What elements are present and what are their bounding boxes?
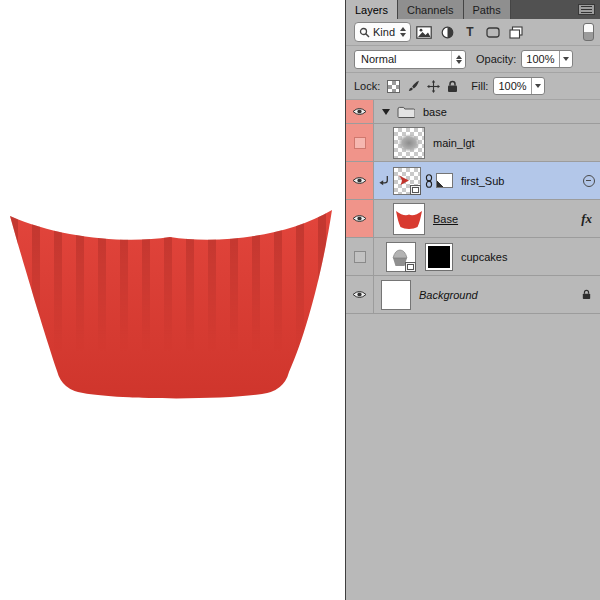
lock-transparency-button[interactable] (387, 80, 400, 93)
tab-paths[interactable]: Paths (464, 0, 511, 19)
tab-layers[interactable]: Layers (346, 0, 398, 19)
type-icon: T (466, 25, 473, 39)
lock-row: Lock: (346, 73, 600, 100)
layer-name[interactable]: Background (419, 289, 478, 301)
chevron-updown-icon (451, 51, 465, 68)
smart-object-badge-icon (410, 185, 421, 195)
chevron-down-icon[interactable] (531, 78, 544, 94)
visibility-off-box (354, 251, 366, 263)
blend-mode-value: Normal (361, 53, 396, 65)
layer-row-main-lgt[interactable]: main_lgt (346, 124, 600, 162)
layer-row-group-base[interactable]: base (346, 100, 600, 124)
filter-pixel-layers-button[interactable] (414, 23, 434, 41)
cupcake-wrapper-artwork (0, 0, 345, 600)
filter-type-layers-button[interactable]: T (460, 23, 480, 41)
layer-row-cupcakes[interactable]: cupcakes (346, 238, 600, 276)
visibility-off-box (354, 137, 366, 149)
filter-smart-objects-button[interactable] (506, 23, 526, 41)
lock-pixels-button[interactable] (407, 80, 420, 93)
eye-icon (352, 290, 367, 299)
chevron-down-icon[interactable] (559, 51, 572, 67)
visibility-toggle[interactable] (346, 238, 374, 275)
eye-icon (352, 214, 367, 223)
document-canvas[interactable] (0, 0, 345, 600)
image-icon (416, 26, 432, 39)
visibility-toggle[interactable] (346, 124, 374, 161)
layer-name[interactable]: cupcakes (461, 251, 507, 263)
layer-row-base-layer[interactable]: Base fx (346, 200, 600, 238)
fill-input[interactable]: 100% (493, 77, 544, 95)
disclosure-triangle[interactable] (382, 109, 390, 115)
blend-mode-select[interactable]: Normal (354, 50, 466, 69)
kind-filter-dropdown[interactable]: Kind (354, 22, 411, 42)
visibility-toggle[interactable] (346, 162, 374, 199)
eye-icon (352, 107, 367, 116)
layer-name[interactable]: Base (433, 213, 458, 225)
visibility-toggle[interactable] (346, 100, 374, 123)
layer-name[interactable]: first_Sub (461, 175, 504, 187)
brush-icon (407, 80, 420, 93)
fill-value: 100% (494, 80, 530, 92)
layer-row-background[interactable]: Background (346, 276, 600, 314)
search-icon (359, 27, 370, 38)
opacity-input[interactable]: 100% (521, 50, 572, 68)
filter-shape-layers-button[interactable] (483, 23, 503, 41)
lock-all-button[interactable] (447, 80, 458, 93)
kind-filter-value: Kind (373, 26, 395, 38)
layer-row-first-sub[interactable]: first_Sub (346, 162, 600, 200)
layers-panel: Layers Channels Paths Kind (345, 0, 600, 600)
panel-tab-bar: Layers Channels Paths (346, 0, 600, 19)
smart-object-badge-icon (405, 262, 416, 272)
thumbnail-artwork (398, 134, 420, 152)
filter-toggle-switch[interactable] (583, 23, 594, 41)
smart-object-icon (509, 26, 523, 39)
lock-label: Lock: (354, 80, 380, 92)
layer-thumbnail[interactable] (393, 203, 425, 235)
vector-mask-thumbnail[interactable] (436, 173, 453, 188)
layer-mask-thumbnail[interactable] (425, 243, 453, 271)
layer-thumbnail[interactable] (386, 242, 416, 272)
visibility-toggle[interactable] (346, 200, 374, 237)
photoshop-workspace: Layers Channels Paths Kind (0, 0, 600, 600)
opacity-label: Opacity: (476, 53, 516, 65)
link-chain-icon[interactable] (425, 174, 433, 188)
lock-position-button[interactable] (427, 80, 440, 93)
layer-name[interactable]: main_lgt (433, 137, 475, 149)
filter-row: Kind T (346, 19, 600, 46)
shape-icon (486, 27, 500, 38)
transparency-icon (387, 80, 400, 93)
filter-adjustment-layers-button[interactable] (437, 23, 457, 41)
move-icon (427, 80, 440, 93)
panel-menu-icon[interactable] (578, 4, 595, 15)
layer-thumbnail[interactable] (393, 127, 425, 159)
tab-channels[interactable]: Channels (398, 0, 463, 19)
adjustment-icon (441, 26, 454, 39)
opacity-value: 100% (522, 53, 558, 65)
chevron-updown-icon (400, 27, 406, 37)
fill-label: Fill: (471, 80, 488, 92)
eye-icon (352, 176, 367, 185)
layer-thumbnail[interactable] (393, 167, 421, 195)
layer-effects-badge[interactable]: fx (581, 211, 592, 227)
group-folder-icon (397, 106, 415, 118)
blend-row: Normal Opacity: 100% (346, 46, 600, 73)
layer-name[interactable]: base (423, 106, 447, 118)
thumbnail-artwork (397, 173, 411, 189)
clipped-indicator-icon (583, 175, 595, 187)
visibility-toggle[interactable] (346, 276, 374, 313)
thumbnail-artwork (394, 204, 424, 234)
clipping-mask-arrow-icon (378, 175, 390, 187)
layer-thumbnail[interactable] (381, 280, 411, 310)
lock-icon (447, 80, 458, 93)
lock-icon (582, 289, 591, 300)
